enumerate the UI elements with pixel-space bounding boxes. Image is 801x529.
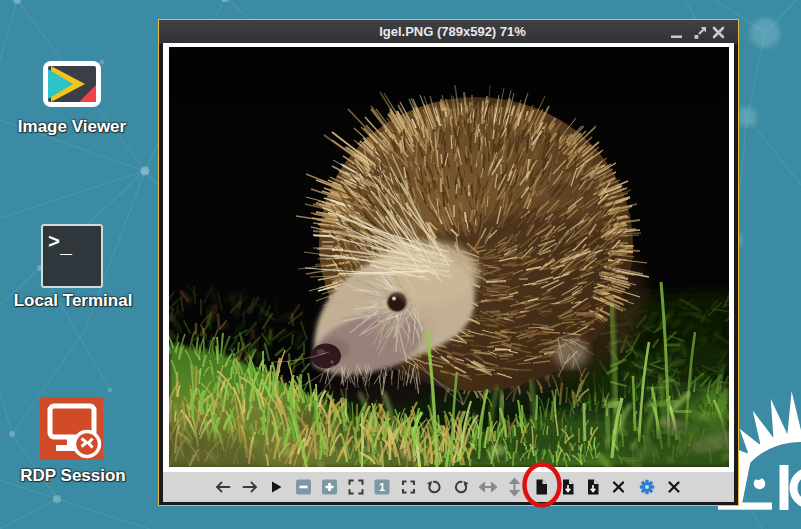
svg-text:>: > [48,231,60,254]
svg-text:_: _ [59,236,73,259]
svg-text:1: 1 [379,481,385,493]
